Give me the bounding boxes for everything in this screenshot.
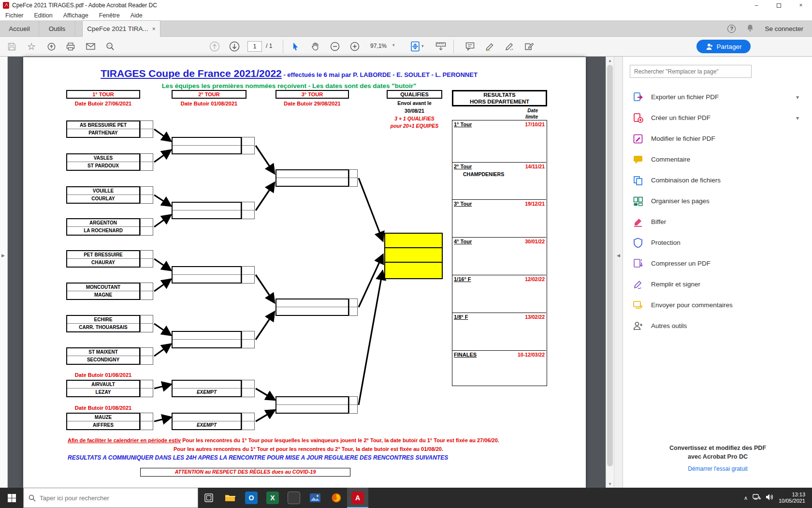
score-cells [140, 218, 153, 236]
tool-fill-sign[interactable]: Remplir et signer [623, 274, 812, 295]
round1-deadline: Date Butoir 27/06/2021 [66, 101, 140, 106]
hand-tool-icon[interactable] [308, 40, 322, 53]
zoom-out-icon[interactable] [328, 40, 342, 53]
previous-page-icon[interactable] [208, 40, 221, 53]
close-button[interactable]: × [790, 0, 812, 11]
tab-outils[interactable]: Outils [39, 20, 75, 37]
tool-more-tools[interactable]: Autres outils [623, 315, 812, 336]
title-bar: CpeFce 2021 TIRAGES.pdf - Adobe Acrobat … [0, 0, 812, 11]
scroll-up-icon[interactable]: ▲ [606, 57, 614, 64]
tool-organize-pages[interactable]: Organiser les pages [623, 191, 812, 211]
menu-fichier[interactable]: Fichier [0, 12, 29, 19]
maximize-button[interactable] [768, 0, 790, 11]
chevron-down-icon[interactable]: ▾ [796, 115, 799, 121]
covid-warning-box: ATTENTION au RESPECT DES RÈGLES dues au … [140, 468, 350, 477]
taskbar-search-input[interactable] [40, 494, 185, 502]
fill-sign-pen-icon[interactable] [503, 40, 516, 53]
team-name: PARTHENAY [67, 129, 139, 137]
notifications-bell-icon[interactable] [746, 24, 754, 33]
volume-icon[interactable] [766, 493, 774, 503]
task-view-button[interactable] [198, 488, 219, 508]
file-explorer-button[interactable] [219, 488, 241, 508]
zoom-in-icon[interactable] [348, 40, 362, 53]
zoom-level-label[interactable]: 97,1% [370, 43, 387, 49]
tool-combine-files[interactable]: Combinaison de fichiers [623, 170, 812, 191]
app-button[interactable] [283, 488, 304, 508]
next-page-icon[interactable] [228, 40, 241, 53]
outlook-button[interactable]: O [241, 488, 262, 508]
scrollbar-thumb[interactable] [607, 65, 613, 466]
ruler-icon[interactable] [434, 40, 448, 53]
tool-create-pdf[interactable]: Créer un fichier PDF ▾ [623, 107, 812, 128]
network-icon[interactable] [753, 493, 761, 502]
toolbar-divider [283, 40, 283, 53]
match-box: VOUILLE COURLAY [66, 186, 140, 204]
tools-pane-collapse-strip: ◀ [614, 57, 623, 488]
minimize-button[interactable]: – [745, 0, 768, 11]
tab-document[interactable]: CpeFce 2021 TIRA... × [82, 20, 160, 37]
comment-icon[interactable] [463, 40, 477, 53]
start-button[interactable] [0, 488, 23, 508]
team-name: LEZAY [67, 388, 139, 396]
share-button-label: Partager [717, 43, 742, 50]
upload-cloud-icon[interactable] [44, 40, 58, 53]
vertical-scrollbar[interactable]: ▲ ▼ [606, 57, 614, 488]
score-cells [140, 120, 153, 138]
start-free-trial-link[interactable]: Démarrer l'essai gratuit [623, 465, 812, 472]
results-header-line2: HORS DEPARTEMENT [453, 98, 546, 105]
tool-compress-pdf[interactable]: Compresser un PDF [623, 253, 812, 274]
highlight-pencil-icon[interactable] [483, 40, 496, 53]
team-name: ST PARDOUX [67, 162, 139, 170]
search-icon[interactable] [103, 40, 117, 53]
scroll-down-icon[interactable]: ▼ [606, 480, 614, 488]
help-icon[interactable]: ? [727, 25, 736, 33]
tools-search-input[interactable] [630, 65, 752, 78]
favorites-star-icon[interactable]: ☆ [25, 40, 38, 53]
tool-edit-pdf[interactable]: Modifier le fichier PDF [623, 128, 812, 149]
round3-box [276, 169, 349, 187]
zoom-dropdown-icon[interactable]: ▾ [392, 43, 395, 47]
tab-accueil[interactable]: Accueil [0, 20, 39, 37]
score-cells [140, 413, 153, 430]
photos-button[interactable] [304, 488, 326, 508]
fit-page-icon[interactable] [408, 40, 422, 53]
select-cursor-icon[interactable] [289, 40, 303, 53]
email-icon[interactable] [84, 40, 97, 53]
tool-export-pdf[interactable]: Exporter un fichier PDF ▾ [623, 87, 812, 107]
save-icon[interactable] [5, 40, 18, 53]
excel-button[interactable]: X [262, 488, 283, 508]
tray-expand-icon[interactable]: ∧ [744, 495, 748, 501]
chevron-down-icon[interactable]: ▾ [796, 94, 799, 101]
tab-close-icon[interactable]: × [152, 26, 156, 32]
acrobat-reader-button[interactable]: A [347, 488, 368, 508]
share-button[interactable]: Partager [696, 40, 751, 53]
round2-box [172, 137, 242, 154]
tool-redact[interactable]: Biffer [623, 211, 812, 232]
acrobat-pro-promo: Convertissez et modifiez des PDF avec Ac… [623, 444, 812, 461]
taskbar-clock[interactable]: 13:13 10/05/2021 [779, 492, 809, 504]
tool-label: Créer un fichier PDF [651, 114, 710, 121]
round2-box [172, 266, 242, 284]
team-name: SECONDIGNY [67, 356, 139, 364]
tool-label: Organiser les pages [651, 197, 710, 205]
page-count-label: / 1 [266, 43, 272, 49]
menu-aide[interactable]: Aide [125, 12, 148, 19]
tool-comment[interactable]: Commentaire [623, 149, 812, 170]
menu-fenetre[interactable]: Fenêtre [94, 12, 125, 19]
sign-in-link[interactable]: Se connecter [765, 25, 803, 32]
tool-protection[interactable]: Protection [623, 232, 812, 253]
menu-edition[interactable]: Edition [29, 12, 58, 19]
print-icon[interactable] [64, 40, 77, 53]
menu-affichage[interactable]: Affichage [58, 12, 94, 19]
team-name: VOUILLE [67, 187, 139, 195]
page-number-input[interactable] [247, 41, 262, 52]
taskbar-search[interactable] [23, 488, 198, 508]
collapse-tools-pane-icon[interactable]: ◀ [617, 253, 620, 258]
fit-dropdown-icon[interactable]: ▾ [421, 44, 424, 48]
results-row-label: 2° Tour [454, 164, 472, 169]
tool-send-for-comments[interactable]: Envoyer pour commentaires [623, 295, 812, 315]
score-cells [242, 380, 255, 397]
firefox-button[interactable] [326, 488, 347, 508]
stamp-tools-icon[interactable] [522, 40, 536, 53]
open-nav-pane-icon[interactable]: ▶ [1, 253, 5, 258]
